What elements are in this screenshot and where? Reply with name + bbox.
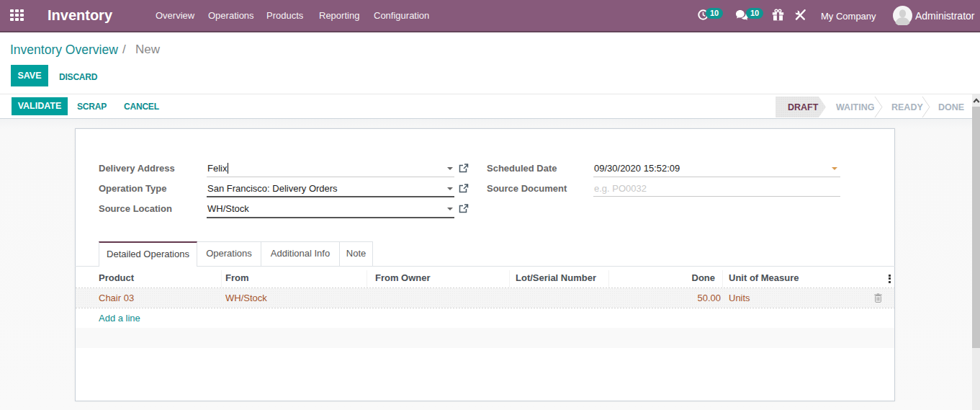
- svg-text:READY: READY: [891, 102, 923, 112]
- svg-text:WAITING: WAITING: [836, 102, 874, 112]
- svg-text:DONE: DONE: [938, 102, 964, 112]
- svg-text:DRAFT: DRAFT: [788, 102, 819, 112]
